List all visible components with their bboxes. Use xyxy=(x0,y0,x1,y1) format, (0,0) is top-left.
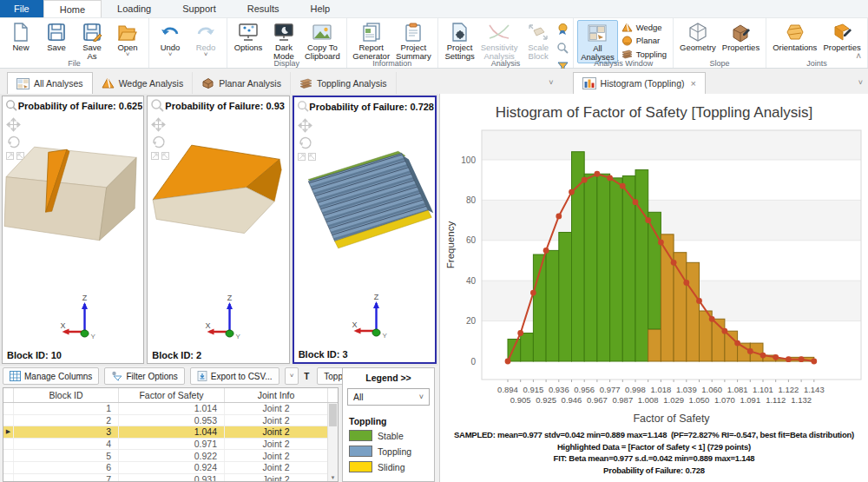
truncated-button[interactable]: T xyxy=(304,372,312,381)
save-as-icon xyxy=(82,22,102,43)
manage-columns-icon xyxy=(10,371,21,381)
viewport-wedge[interactable]: Probability of Failure: 0.625 xyxy=(2,96,144,364)
ribbon-group-information: Report Generator Project Summary Informa… xyxy=(347,18,438,68)
dark-mode-icon xyxy=(273,22,294,43)
close-tab-icon[interactable]: × xyxy=(690,78,695,89)
wedge-window-button[interactable]: Wedge xyxy=(619,21,669,34)
column-header-block-id[interactable]: Block ID xyxy=(14,388,119,402)
svg-text:Y: Y xyxy=(236,333,241,340)
menu-help[interactable]: Help xyxy=(294,0,345,17)
magnifier-icon[interactable] xyxy=(150,98,165,113)
table-row[interactable]: 20.953Joint 2 xyxy=(3,415,338,427)
slope-properties-button[interactable]: Properties xyxy=(720,20,762,52)
column-header-joint-info[interactable]: Joint Info xyxy=(225,388,328,402)
legend-filter-dropdown[interactable]: All ˅ xyxy=(347,388,430,406)
tab-toppling-analysis[interactable]: Toppling Analysis xyxy=(291,72,397,94)
report-generator-button[interactable]: Report Generator xyxy=(351,20,392,62)
export-csv-button[interactable]: Export to CSV... xyxy=(190,367,279,385)
geometry-cube-icon xyxy=(687,22,708,43)
chart-statistics: SAMPLED: mean=0.977 stdv=0.042 min=0.889… xyxy=(440,429,868,476)
svg-text:1.143: 1.143 xyxy=(804,385,825,394)
viewport-toppling[interactable]: Probability of Failure: 0.728 xyxy=(293,96,437,364)
table-cell xyxy=(3,474,14,482)
dark-mode-button[interactable]: Dark Mode xyxy=(266,20,301,62)
table-row[interactable]: 50.922Joint 2 xyxy=(3,450,338,462)
table-cell: Joint 2 xyxy=(225,415,328,426)
legend-items: StableTopplingSliding xyxy=(343,430,434,472)
wedge-tab-icon xyxy=(102,77,115,89)
collapse-ribbon-icon[interactable]: ˄ xyxy=(856,51,861,61)
filter-options-button[interactable]: Filter Options xyxy=(104,367,184,385)
menu-bar: File Home Loading Support Results Help xyxy=(0,0,868,18)
planar-window-button[interactable]: Planar xyxy=(619,34,669,47)
open-button[interactable]: Open ˅ xyxy=(110,20,145,57)
undo-button[interactable]: Undo ˅ xyxy=(153,20,187,57)
table-row[interactable]: 11.014Joint 2 xyxy=(3,403,338,415)
project-settings-button[interactable]: Project Settings xyxy=(442,20,477,62)
pan-icon[interactable] xyxy=(6,117,21,132)
save-button[interactable]: Save xyxy=(39,20,74,52)
slope-geometry-button[interactable]: Geometry xyxy=(677,20,719,52)
tab-wedge-analysis[interactable]: Wedge Analysis xyxy=(93,72,194,94)
svg-text:Z: Z xyxy=(227,294,233,302)
axis-triad: Z X Y xyxy=(203,292,243,342)
redo-button: Redo ˅ xyxy=(188,20,223,57)
menu-home[interactable]: Home xyxy=(43,0,102,17)
project-summary-button[interactable]: Project Summary xyxy=(393,20,434,62)
table-cell: 0.931 xyxy=(119,474,225,482)
menu-support[interactable]: Support xyxy=(167,0,232,17)
table-row[interactable]: 70.931Joint 2 xyxy=(3,474,338,482)
manage-columns-button[interactable]: Manage Columns xyxy=(3,367,99,385)
all-analyses-button[interactable]: All Analyses xyxy=(577,20,618,63)
joint-orientations-button[interactable]: Orientations xyxy=(770,20,819,52)
chevron-down-icon[interactable]: ˅ xyxy=(168,52,173,57)
probability-of-failure-label: Probability of Failure: 0.728 xyxy=(297,99,434,114)
options-button[interactable]: Options xyxy=(231,20,266,52)
properties-box-icon xyxy=(730,22,751,43)
stamp-icon[interactable] xyxy=(556,23,569,39)
toppling-tab-icon xyxy=(299,77,312,89)
table-row[interactable]: ▶31.044Joint 2 xyxy=(3,426,338,439)
svg-text:60: 60 xyxy=(466,235,477,245)
orientations-icon xyxy=(785,22,806,43)
scrollbar-thumb[interactable] xyxy=(329,404,337,426)
viewport-planar[interactable]: Probability of Failure: 0.93 Z xyxy=(147,96,289,364)
inspect-icon[interactable] xyxy=(556,42,569,58)
new-button[interactable]: New xyxy=(3,20,38,52)
stats-highlighted-line: Highlighted Data = [Factor of Safety < 1… xyxy=(440,441,868,453)
group-label-analysis: Analysis xyxy=(438,59,573,68)
menu-results[interactable]: Results xyxy=(232,0,295,17)
magnifier-icon[interactable] xyxy=(297,99,310,114)
sensitivity-curves-icon xyxy=(488,22,510,43)
ribbon-group-slope: Geometry Properties Slope xyxy=(674,18,766,68)
svg-text:0: 0 xyxy=(470,357,476,366)
axis-triad: Z X Y xyxy=(349,291,389,341)
pan-icon[interactable] xyxy=(298,118,312,133)
column-header-factor-of-safety[interactable]: Factor of Safety xyxy=(119,388,225,402)
table-cell: Joint 2 xyxy=(225,403,328,414)
axis-triad: Z X Y xyxy=(58,292,98,342)
table-row[interactable]: 40.971Joint 2 xyxy=(3,439,338,451)
tab-all-analyses[interactable]: All Analyses xyxy=(7,72,93,94)
table-scrollbar[interactable]: ▼ xyxy=(327,403,338,481)
export-dropdown-button[interactable]: ˅ xyxy=(285,367,299,385)
tab-overflow-chevron-icon[interactable]: ˅ xyxy=(549,78,553,87)
joint-properties-button[interactable]: Properties xyxy=(820,20,863,52)
table-cell: Joint 2 xyxy=(225,474,328,482)
tab-planar-analysis[interactable]: Planar Analysis xyxy=(193,72,291,94)
svg-text:0.977: 0.977 xyxy=(600,385,621,394)
tab-histogram-toppling[interactable]: Histogram (Toppling) × xyxy=(573,72,706,94)
menu-loading[interactable]: Loading xyxy=(102,0,167,17)
export-csv-icon xyxy=(197,371,207,381)
table-row[interactable]: 60.924Joint 2 xyxy=(3,462,338,474)
magnifier-icon[interactable] xyxy=(5,98,18,113)
block-id-label: Block ID: 3 xyxy=(299,349,348,360)
legend-title[interactable]: Legend >> xyxy=(343,368,434,383)
menu-file[interactable]: File xyxy=(0,0,43,17)
chevron-down-icon[interactable]: ˅ xyxy=(126,52,130,57)
scroll-down-icon[interactable]: ▼ xyxy=(328,475,338,480)
pan-icon[interactable] xyxy=(151,117,166,132)
tab-overflow-chevron-icon-right[interactable]: ˅ xyxy=(858,78,863,87)
save-as-button[interactable]: Save As xyxy=(75,20,109,62)
copy-to-clipboard-button[interactable]: Copy To Clipboard xyxy=(302,20,343,62)
